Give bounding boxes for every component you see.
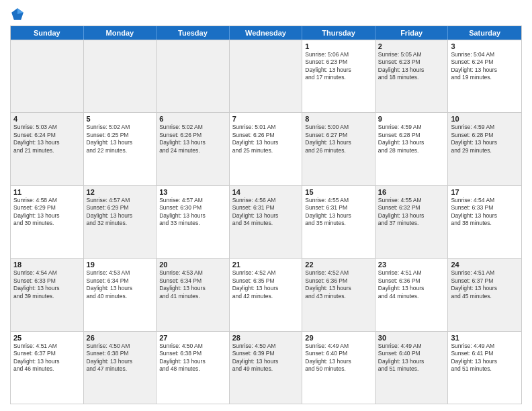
day-number: 14 [232, 188, 300, 196]
calendar-cell-9: 9Sunrise: 4:59 AMSunset: 6:28 PMDaylight… [375, 113, 449, 185]
calendar-cell-empty-0-2 [157, 40, 230, 112]
calendar-cell-19: 19Sunrise: 4:53 AMSunset: 6:34 PMDayligh… [84, 259, 157, 330]
day-number: 11 [13, 188, 81, 196]
day-number: 13 [159, 188, 226, 196]
cell-info: Sunrise: 4:59 AMSunset: 6:28 PMDaylight:… [451, 124, 519, 154]
calendar-cell-26: 26Sunrise: 4:50 AMSunset: 6:38 PMDayligh… [84, 332, 157, 404]
cell-info: Sunrise: 4:51 AMSunset: 6:36 PMDaylight:… [378, 269, 445, 300]
cell-info: Sunrise: 5:03 AMSunset: 6:24 PMDaylight:… [13, 124, 81, 154]
header-day-wednesday: Wednesday [230, 26, 303, 40]
cell-info: Sunrise: 4:57 AMSunset: 6:29 PMDaylight:… [87, 197, 154, 228]
calendar-cell-3: 3Sunrise: 5:04 AMSunset: 6:24 PMDaylight… [448, 40, 521, 112]
calendar: SundayMondayTuesdayWednesdayThursdayFrid… [10, 26, 522, 404]
cell-info: Sunrise: 4:55 AMSunset: 6:31 PMDaylight:… [305, 197, 372, 228]
logo-icon [10, 7, 25, 21]
day-number: 9 [378, 115, 445, 123]
calendar-cell-14: 14Sunrise: 4:56 AMSunset: 6:31 PMDayligh… [230, 186, 303, 258]
cell-info: Sunrise: 5:01 AMSunset: 6:26 PMDaylight:… [232, 124, 300, 154]
calendar-cell-empty-0-1 [84, 40, 157, 112]
calendar-cell-25: 25Sunrise: 4:51 AMSunset: 6:37 PMDayligh… [11, 332, 84, 404]
calendar-cell-15: 15Sunrise: 4:55 AMSunset: 6:31 PMDayligh… [302, 186, 375, 258]
day-number: 23 [378, 261, 445, 269]
header-day-thursday: Thursday [302, 26, 375, 40]
page: SundayMondayTuesdayWednesdayThursdayFrid… [0, 0, 532, 411]
calendar-cell-2: 2Sunrise: 5:05 AMSunset: 6:23 PMDaylight… [375, 40, 449, 112]
cell-info: Sunrise: 4:51 AMSunset: 6:37 PMDaylight:… [13, 342, 81, 373]
calendar-cell-empty-0-0 [11, 40, 84, 112]
calendar-week-1: 4Sunrise: 5:03 AMSunset: 6:24 PMDaylight… [11, 112, 521, 185]
day-number: 17 [451, 188, 519, 196]
cell-info: Sunrise: 5:04 AMSunset: 6:24 PMDaylight:… [451, 51, 519, 82]
cell-info: Sunrise: 4:52 AMSunset: 6:35 PMDaylight:… [232, 269, 300, 300]
day-number: 4 [13, 115, 81, 123]
calendar-body: 1Sunrise: 5:06 AMSunset: 6:23 PMDaylight… [11, 40, 521, 404]
cell-info: Sunrise: 4:50 AMSunset: 6:38 PMDaylight:… [159, 342, 226, 373]
cell-info: Sunrise: 4:55 AMSunset: 6:32 PMDaylight:… [378, 197, 445, 228]
logo [10, 7, 28, 21]
day-number: 27 [159, 334, 226, 342]
cell-info: Sunrise: 4:53 AMSunset: 6:34 PMDaylight:… [159, 269, 226, 300]
day-number: 25 [13, 334, 81, 342]
cell-info: Sunrise: 4:53 AMSunset: 6:34 PMDaylight:… [87, 269, 154, 300]
header [10, 7, 522, 21]
cell-info: Sunrise: 4:54 AMSunset: 6:33 PMDaylight:… [13, 269, 81, 300]
calendar-cell-10: 10Sunrise: 4:59 AMSunset: 6:28 PMDayligh… [448, 113, 521, 185]
calendar-week-0: 1Sunrise: 5:06 AMSunset: 6:23 PMDaylight… [11, 40, 521, 112]
calendar-cell-4: 4Sunrise: 5:03 AMSunset: 6:24 PMDaylight… [11, 113, 84, 185]
day-number: 20 [159, 261, 226, 269]
cell-info: Sunrise: 5:02 AMSunset: 6:25 PMDaylight:… [87, 124, 154, 154]
day-number: 31 [451, 334, 519, 342]
cell-info: Sunrise: 5:02 AMSunset: 6:26 PMDaylight:… [159, 124, 226, 154]
calendar-header: SundayMondayTuesdayWednesdayThursdayFrid… [11, 26, 521, 40]
day-number: 30 [378, 334, 445, 342]
day-number: 10 [451, 115, 519, 123]
cell-info: Sunrise: 4:51 AMSunset: 6:37 PMDaylight:… [451, 269, 519, 300]
calendar-cell-28: 28Sunrise: 4:50 AMSunset: 6:39 PMDayligh… [230, 332, 303, 404]
calendar-cell-30: 30Sunrise: 4:49 AMSunset: 6:40 PMDayligh… [375, 332, 449, 404]
calendar-cell-23: 23Sunrise: 4:51 AMSunset: 6:36 PMDayligh… [375, 259, 449, 330]
day-number: 22 [305, 261, 372, 269]
cell-info: Sunrise: 4:49 AMSunset: 6:40 PMDaylight:… [305, 342, 372, 373]
header-day-friday: Friday [375, 26, 449, 40]
day-number: 24 [451, 261, 519, 269]
day-number: 18 [13, 261, 81, 269]
cell-info: Sunrise: 4:49 AMSunset: 6:40 PMDaylight:… [378, 342, 445, 373]
calendar-cell-21: 21Sunrise: 4:52 AMSunset: 6:35 PMDayligh… [230, 259, 303, 330]
day-number: 15 [305, 188, 372, 196]
calendar-cell-8: 8Sunrise: 5:00 AMSunset: 6:27 PMDaylight… [302, 113, 375, 185]
day-number: 16 [378, 188, 445, 196]
calendar-cell-empty-0-3 [230, 40, 303, 112]
day-number: 7 [232, 115, 300, 123]
calendar-cell-24: 24Sunrise: 4:51 AMSunset: 6:37 PMDayligh… [448, 259, 521, 330]
calendar-cell-7: 7Sunrise: 5:01 AMSunset: 6:26 PMDaylight… [230, 113, 303, 185]
calendar-cell-13: 13Sunrise: 4:57 AMSunset: 6:30 PMDayligh… [157, 186, 230, 258]
day-number: 29 [305, 334, 372, 342]
cell-info: Sunrise: 4:50 AMSunset: 6:39 PMDaylight:… [232, 342, 300, 373]
calendar-cell-6: 6Sunrise: 5:02 AMSunset: 6:26 PMDaylight… [157, 113, 230, 185]
day-number: 6 [159, 115, 226, 123]
calendar-cell-31: 31Sunrise: 4:49 AMSunset: 6:41 PMDayligh… [448, 332, 521, 404]
day-number: 1 [305, 42, 372, 50]
cell-info: Sunrise: 4:59 AMSunset: 6:28 PMDaylight:… [378, 124, 445, 154]
day-number: 19 [87, 261, 154, 269]
day-number: 5 [87, 115, 154, 123]
day-number: 26 [87, 334, 154, 342]
cell-info: Sunrise: 4:49 AMSunset: 6:41 PMDaylight:… [451, 342, 519, 373]
cell-info: Sunrise: 5:05 AMSunset: 6:23 PMDaylight:… [378, 51, 445, 82]
calendar-cell-20: 20Sunrise: 4:53 AMSunset: 6:34 PMDayligh… [157, 259, 230, 330]
calendar-cell-16: 16Sunrise: 4:55 AMSunset: 6:32 PMDayligh… [375, 186, 449, 258]
calendar-cell-12: 12Sunrise: 4:57 AMSunset: 6:29 PMDayligh… [84, 186, 157, 258]
day-number: 3 [451, 42, 519, 50]
calendar-cell-22: 22Sunrise: 4:52 AMSunset: 6:36 PMDayligh… [302, 259, 375, 330]
cell-info: Sunrise: 5:00 AMSunset: 6:27 PMDaylight:… [305, 124, 372, 154]
cell-info: Sunrise: 4:50 AMSunset: 6:38 PMDaylight:… [87, 342, 154, 373]
calendar-cell-1: 1Sunrise: 5:06 AMSunset: 6:23 PMDaylight… [302, 40, 375, 112]
cell-info: Sunrise: 5:06 AMSunset: 6:23 PMDaylight:… [305, 51, 372, 82]
calendar-week-2: 11Sunrise: 4:58 AMSunset: 6:29 PMDayligh… [11, 185, 521, 258]
calendar-cell-11: 11Sunrise: 4:58 AMSunset: 6:29 PMDayligh… [11, 186, 84, 258]
calendar-cell-27: 27Sunrise: 4:50 AMSunset: 6:38 PMDayligh… [157, 332, 230, 404]
cell-info: Sunrise: 4:56 AMSunset: 6:31 PMDaylight:… [232, 197, 300, 228]
cell-info: Sunrise: 4:54 AMSunset: 6:33 PMDaylight:… [451, 197, 519, 228]
header-day-sunday: Sunday [11, 26, 84, 40]
day-number: 21 [232, 261, 300, 269]
